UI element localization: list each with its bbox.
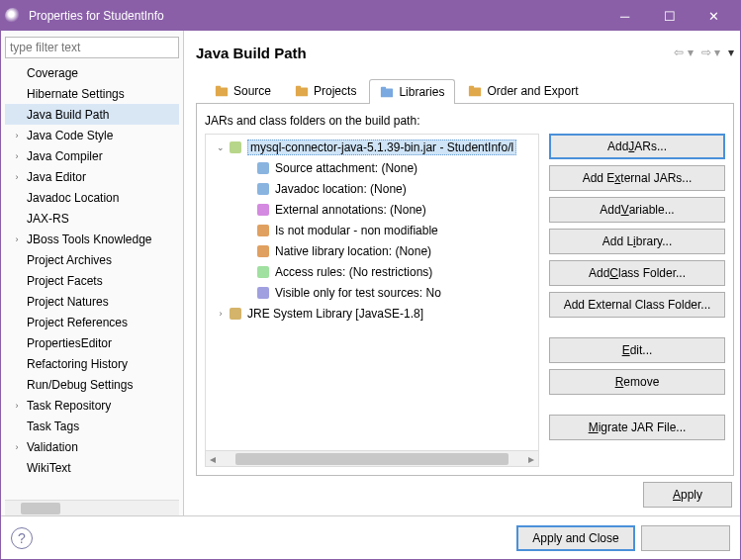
tree-item-label: Java Code Style: [27, 129, 179, 142]
chevron-right-icon: [11, 379, 23, 391]
sidebar-item-project-archives[interactable]: Project Archives: [5, 249, 179, 270]
help-icon[interactable]: ?: [11, 527, 33, 549]
lib-tree-item[interactable]: External annotations: (None): [208, 199, 536, 220]
tab-libraries[interactable]: Libraries: [369, 79, 455, 104]
apply-and-close-button[interactable]: Apply and Close: [516, 525, 635, 551]
sidebar-item-java-build-path[interactable]: Java Build Path: [5, 104, 179, 125]
sidebar-item-java-compiler[interactable]: ›Java Compiler: [5, 145, 179, 166]
chevron-right-icon: [11, 275, 23, 287]
svg-rect-11: [257, 204, 269, 216]
remove-button[interactable]: Remove: [549, 369, 725, 395]
chevron-right-icon: [11, 192, 23, 204]
edit-button[interactable]: Edit...: [549, 337, 725, 363]
sidebar-item-wikitext[interactable]: WikiText: [5, 457, 179, 478]
chevron-right-icon: ›: [11, 150, 23, 162]
sidebar-item-javadoc-location[interactable]: Javadoc Location: [5, 187, 179, 208]
titlebar[interactable]: Properties for StudentInfo ─ ☐ ✕: [1, 1, 740, 31]
chevron-right-icon: [11, 462, 23, 474]
apply-button[interactable]: Apply: [643, 482, 732, 508]
add-external-jars-button[interactable]: Add External JARs...: [549, 165, 725, 191]
minimize-button[interactable]: ─: [602, 2, 647, 30]
chevron-down-icon: ⌄: [214, 142, 228, 152]
chevron-right-icon: [11, 296, 23, 308]
sidebar-scrollbar[interactable]: [5, 500, 179, 515]
chevron-right-icon: ›: [11, 441, 23, 453]
sidebar-item-task-repository[interactable]: ›Task Repository: [5, 395, 179, 416]
svg-rect-6: [469, 88, 481, 97]
lib-item-label: Native library location: (None): [275, 244, 431, 258]
add-library-button[interactable]: Add Library...: [549, 229, 725, 254]
chevron-right-icon: [11, 420, 23, 432]
tree-item-label: WikiText: [27, 461, 179, 475]
forward-icon[interactable]: ⇨ ▾: [701, 46, 720, 59]
add-variable-button[interactable]: Add Variable...: [549, 197, 725, 223]
tree-item-label: Project Natures: [27, 295, 179, 309]
tree-item-label: Run/Debug Settings: [27, 378, 179, 392]
lib-tree-item[interactable]: Is not modular - non modifiable: [208, 220, 536, 240]
chevron-right-icon: [11, 337, 23, 349]
sidebar-item-validation[interactable]: ›Validation: [5, 436, 179, 457]
svg-rect-16: [230, 308, 241, 320]
tree-item-label: Java Compiler: [27, 149, 179, 163]
sidebar-item-hibernate-settings[interactable]: Hibernate Settings: [5, 83, 179, 104]
lib-tree-item[interactable]: Javadoc location: (None): [208, 178, 536, 199]
chevron-right-icon: [11, 213, 23, 225]
chevron-right-icon: [11, 109, 23, 121]
description-label: JARs and class folders on the build path…: [205, 114, 725, 128]
sidebar-item-project-natures[interactable]: Project Natures: [5, 291, 179, 312]
lib-item-label: External annotations: (None): [275, 203, 426, 217]
tab-order-and-export[interactable]: Order and Export: [457, 78, 589, 103]
sidebar-item-propertieseditor[interactable]: PropertiesEditor: [5, 332, 179, 353]
lib-item-label: Is not modular - non modifiable: [275, 224, 438, 237]
libraries-tree[interactable]: ⌄mysql-connector-java-5.1.39-bin.jar - S…: [205, 134, 539, 467]
add-external-class-folder-button[interactable]: Add External Class Folder...: [549, 292, 725, 318]
tab-projects[interactable]: Projects: [284, 78, 367, 103]
libraries-scrollbar[interactable]: ◂ ▸: [206, 450, 538, 466]
sidebar-item-java-code-style[interactable]: ›Java Code Style: [5, 125, 179, 145]
menu-icon[interactable]: ▾: [728, 46, 734, 59]
tab-source[interactable]: Source: [204, 78, 282, 103]
sidebar-item-coverage[interactable]: Coverage: [5, 62, 179, 83]
svg-rect-2: [296, 88, 308, 97]
sidebar-item-project-references[interactable]: Project References: [5, 312, 179, 332]
lib-tree-item[interactable]: Visible only for test sources: No: [208, 282, 536, 303]
lib-tree-item[interactable]: ›JRE System Library [JavaSE-1.8]: [208, 303, 536, 324]
svg-rect-4: [381, 89, 393, 98]
back-icon[interactable]: ⇦ ▾: [674, 46, 693, 59]
build-path-tabs: SourceProjectsLibrariesOrder and Export: [196, 78, 734, 104]
lib-item-label: Access rules: (No restrictions): [275, 265, 432, 279]
sidebar-item-java-editor[interactable]: ›Java Editor: [5, 166, 179, 187]
svg-rect-15: [257, 287, 269, 299]
chevron-right-icon: [11, 358, 23, 370]
lib-item-label: Javadoc location: (None): [275, 182, 407, 196]
sidebar-item-refactoring-history[interactable]: Refactoring History: [5, 353, 179, 374]
close-button[interactable]: ✕: [692, 2, 736, 30]
svg-rect-0: [216, 88, 228, 97]
tree-item-label: Project Facets: [27, 274, 179, 288]
sidebar-item-task-tags[interactable]: Task Tags: [5, 416, 179, 436]
lib-tree-item[interactable]: ⌄mysql-connector-java-5.1.39-bin.jar - S…: [208, 137, 536, 157]
category-tree[interactable]: CoverageHibernate SettingsJava Build Pat…: [5, 62, 179, 500]
lib-tree-item[interactable]: Source attachment: (None): [208, 157, 536, 178]
tree-item-label: Task Repository: [27, 399, 179, 413]
app-icon: [5, 8, 21, 24]
tree-item-label: Project References: [27, 316, 179, 329]
tab-label: Order and Export: [487, 84, 578, 98]
add-jars-button[interactable]: Add JARs...: [549, 134, 725, 159]
sidebar-item-jax-rs[interactable]: JAX-RS: [5, 208, 179, 229]
cancel-button[interactable]: [641, 525, 730, 551]
lib-tree-item[interactable]: Access rules: (No restrictions): [208, 261, 536, 282]
tree-item-label: Refactoring History: [27, 357, 179, 371]
svg-rect-7: [469, 86, 474, 89]
filter-input[interactable]: [5, 37, 179, 58]
sidebar-item-run-debug-settings[interactable]: Run/Debug Settings: [5, 374, 179, 395]
tree-item-label: Validation: [27, 440, 179, 454]
maximize-button[interactable]: ☐: [647, 2, 692, 30]
sidebar-item-project-facets[interactable]: Project Facets: [5, 270, 179, 291]
chevron-right-icon: [11, 254, 23, 266]
migrate-jar-file-button[interactable]: Migrate JAR File...: [549, 415, 725, 440]
add-class-folder-button[interactable]: Add Class Folder...: [549, 260, 725, 286]
svg-rect-14: [257, 266, 269, 278]
sidebar-item-jboss-tools-knowledge[interactable]: ›JBoss Tools Knowledge: [5, 229, 179, 249]
lib-tree-item[interactable]: Native library location: (None): [208, 240, 536, 261]
